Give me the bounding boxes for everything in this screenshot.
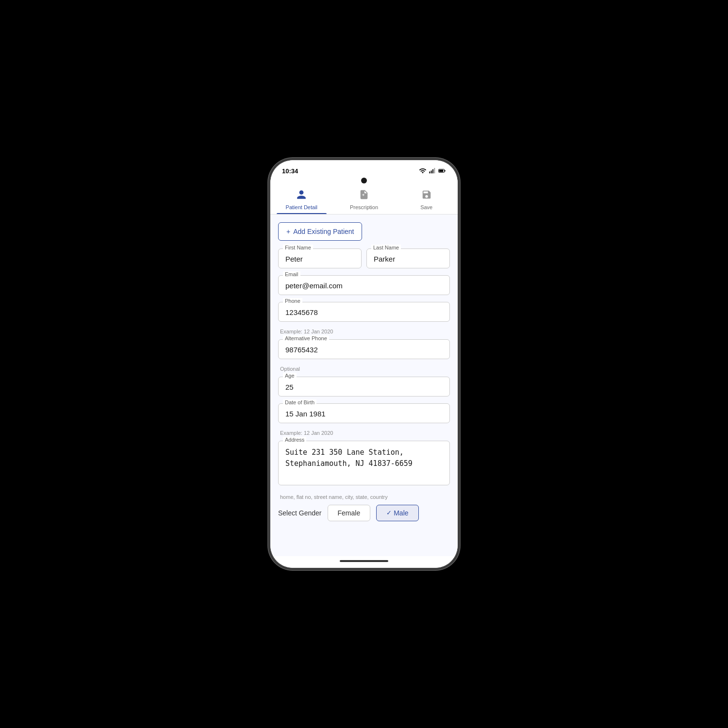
phone-label: Phone — [283, 298, 302, 304]
last-name-label: Last Name — [371, 245, 401, 250]
last-name-field: Last Name — [366, 248, 450, 268]
content-area: + Add Existing Patient First Name Last N… — [270, 215, 458, 556]
gender-female-label: Female — [338, 509, 361, 517]
svg-rect-6 — [439, 170, 444, 172]
tab-prescription[interactable]: Prescription — [333, 189, 396, 214]
email-field: Email — [278, 275, 450, 295]
gender-male-button[interactable]: ✓ Male — [376, 505, 418, 521]
dob-input[interactable] — [278, 403, 450, 423]
address-label: Address — [283, 437, 306, 443]
dob-field: Date of Birth — [278, 403, 450, 423]
svg-rect-5 — [445, 170, 446, 172]
alt-phone-field: Alternative Phone — [278, 339, 450, 359]
name-row: First Name Last Name — [278, 248, 450, 268]
first-name-label: First Name — [283, 245, 313, 250]
alt-phone-input[interactable] — [278, 339, 450, 359]
address-input[interactable] — [278, 441, 450, 485]
alt-phone-hint: Optional — [278, 366, 450, 372]
camera-area — [270, 178, 458, 185]
last-name-input[interactable] — [366, 248, 450, 268]
wifi-icon — [419, 167, 427, 175]
email-input[interactable] — [278, 275, 450, 295]
gender-label: Select Gender — [278, 509, 322, 517]
tab-save[interactable]: Save — [395, 189, 458, 214]
phone-screen: 10:34 — [270, 160, 458, 568]
gender-male-label: Male — [394, 509, 408, 517]
address-field: Address — [278, 441, 450, 487]
status-bar: 10:34 — [270, 160, 458, 178]
phone-field: Phone — [278, 302, 450, 322]
address-hint: home, flat no, street name, city, state,… — [278, 494, 450, 500]
battery-icon — [438, 167, 446, 175]
camera-dot — [361, 178, 367, 183]
home-indicator — [270, 556, 458, 568]
tab-prescription-label: Prescription — [350, 204, 378, 210]
home-bar — [340, 560, 388, 562]
first-name-input[interactable] — [278, 248, 362, 268]
tab-bar: Patient Detail Prescription Save — [270, 185, 458, 215]
dob-hint: Example: 12 Jan 2020 — [278, 430, 450, 436]
svg-rect-2 — [432, 169, 433, 174]
tab-patient-detail-label: Patient Detail — [286, 204, 317, 210]
plus-icon: + — [286, 228, 290, 235]
phone-input[interactable] — [278, 302, 450, 322]
prescription-icon — [359, 189, 369, 202]
phone-hint: Example: 12 Jan 2020 — [278, 329, 450, 334]
phone-shell: 10:34 — [269, 159, 459, 569]
patient-detail-icon — [296, 189, 307, 202]
signal-icon — [429, 167, 436, 175]
age-field: Age — [278, 377, 450, 397]
add-patient-label: Add Existing Patient — [293, 228, 354, 235]
svg-rect-0 — [429, 171, 430, 173]
svg-rect-3 — [434, 168, 435, 173]
age-input[interactable] — [278, 377, 450, 397]
alt-phone-label: Alternative Phone — [283, 335, 329, 341]
tab-patient-detail[interactable]: Patient Detail — [270, 189, 333, 214]
tab-save-label: Save — [420, 204, 432, 210]
age-label: Age — [283, 373, 297, 379]
add-existing-patient-button[interactable]: + Add Existing Patient — [278, 222, 362, 241]
first-name-field: First Name — [278, 248, 362, 268]
status-time: 10:34 — [282, 167, 298, 175]
svg-rect-1 — [431, 170, 432, 173]
gender-female-button[interactable]: Female — [328, 505, 371, 521]
email-label: Email — [283, 271, 300, 277]
status-icons — [419, 167, 446, 175]
gender-row: Select Gender Female ✓ Male — [278, 505, 450, 521]
save-icon — [421, 189, 432, 202]
dob-label: Date of Birth — [283, 399, 316, 405]
check-icon: ✓ — [386, 509, 392, 516]
